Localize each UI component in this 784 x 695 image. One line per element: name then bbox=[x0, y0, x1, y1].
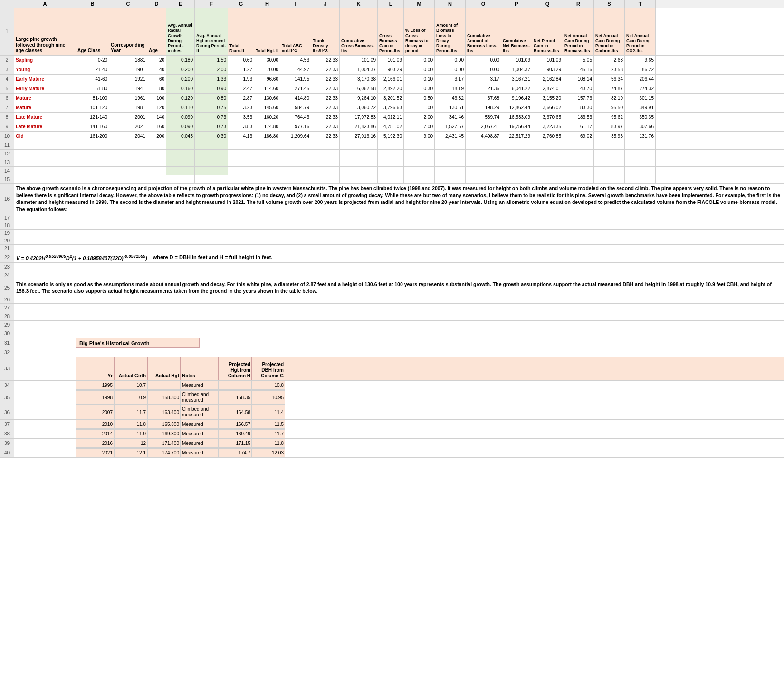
pct-loss-gross-biomass: 0.00 bbox=[404, 56, 435, 65]
radial-growth: 0.120 bbox=[166, 94, 195, 103]
row-32: 32 bbox=[0, 348, 784, 357]
sub-girth: 11.7 bbox=[114, 405, 147, 419]
table-header-row: 1 Large pine growth followed through nin… bbox=[0, 8, 784, 56]
row-14: 14 bbox=[0, 167, 784, 175]
sub-hgt: 169.300 bbox=[147, 429, 181, 438]
sub-girth: 11.9 bbox=[114, 429, 147, 438]
sub-table-row: 37 2010 11.8 165.800 Measured 166.57 11.… bbox=[0, 420, 784, 429]
age-class-label: Sapling bbox=[14, 56, 76, 65]
hgt-increment: 0.73 bbox=[195, 113, 228, 122]
sub-hgt: 158.300 bbox=[147, 390, 181, 405]
gross-biomass-gain: 101.09 bbox=[378, 56, 404, 65]
biomass-loss-decay: 0.00 bbox=[435, 65, 466, 74]
row-num-9: 9 bbox=[0, 122, 14, 131]
sub-hgt: 171.400 bbox=[147, 439, 181, 448]
sub-yr: 1995 bbox=[76, 381, 114, 390]
biomass-loss-decay: 2,431.45 bbox=[435, 132, 466, 141]
year: 1901 bbox=[109, 65, 147, 74]
net-period-gain: 2,760.85 bbox=[532, 132, 563, 141]
net-annual-gain-co2: 206.44 bbox=[625, 75, 656, 84]
row-num-7: 7 bbox=[0, 103, 14, 112]
cumulative-net-biomass: 101.09 bbox=[501, 56, 532, 65]
age: 60 bbox=[147, 75, 166, 84]
sub-proj-hgt: 169.49 bbox=[219, 429, 252, 438]
cumulative-net-biomass: 6,041.22 bbox=[501, 84, 532, 93]
gross-biomass-gain: 4,012.11 bbox=[378, 113, 404, 122]
sub-notes: Measured bbox=[181, 439, 219, 448]
col-p-header: P bbox=[501, 0, 532, 8]
net-annual-gain-carbon: 2.63 bbox=[594, 56, 625, 65]
sub-proj-hgt: 164.58 bbox=[219, 405, 252, 419]
sub-proj-dbh: 12.03 bbox=[252, 448, 285, 457]
age: 200 bbox=[147, 132, 166, 141]
text-block-2: This scenario is only as good as the ass… bbox=[14, 280, 784, 296]
pct-loss-gross-biomass: 1.00 bbox=[404, 103, 435, 112]
row-15: 15 bbox=[0, 175, 784, 184]
trunk-density: 22.33 bbox=[311, 113, 340, 122]
total-diam: 3.83 bbox=[228, 122, 254, 131]
age-class-label: Young bbox=[14, 65, 76, 74]
cumulative-gross-biomass: 13,060.72 bbox=[340, 103, 378, 112]
hgt-increment: 1.33 bbox=[195, 75, 228, 84]
sub-header-hgt: Actual Hgt bbox=[147, 357, 181, 380]
net-annual-gain-carbon: 82.19 bbox=[594, 94, 625, 103]
net-period-gain: 903.29 bbox=[532, 65, 563, 74]
header-col-c: Corresponding Year bbox=[109, 8, 147, 55]
sub-notes: Measured bbox=[181, 420, 219, 429]
age-class: 141-160 bbox=[76, 122, 109, 131]
total-hgt: 70.00 bbox=[254, 65, 280, 74]
age-class-label: Mature bbox=[14, 103, 76, 112]
gross-biomass-gain: 2,892.20 bbox=[378, 84, 404, 93]
total-abg-vol: 584.79 bbox=[280, 103, 311, 112]
net-annual-gain-carbon: 23.53 bbox=[594, 65, 625, 74]
net-annual-gain-biomass: 143.70 bbox=[563, 84, 594, 93]
total-abg-vol: 141.95 bbox=[280, 75, 311, 84]
age: 140 bbox=[147, 113, 166, 122]
total-diam: 3.53 bbox=[228, 113, 254, 122]
row-num-6: 6 bbox=[0, 94, 14, 103]
net-annual-gain-biomass: 183.53 bbox=[563, 113, 594, 122]
cumulative-biomass-loss: 198.29 bbox=[466, 103, 501, 112]
sub-table-rows: 34 1995 10.7 Measured 10.8 35 1998 10.9 … bbox=[0, 381, 784, 458]
col-h-header: H bbox=[254, 0, 280, 8]
header-col-q: Net Period Gain in Biomass-lbs bbox=[532, 8, 563, 55]
row-num-13: 13 bbox=[0, 158, 14, 166]
age: 20 bbox=[147, 56, 166, 65]
cumulative-gross-biomass: 1,004.37 bbox=[340, 65, 378, 74]
table-row: 2 Sapling 0-20 1881 20 0.180 1.50 0.60 3… bbox=[0, 56, 784, 65]
pct-loss-gross-biomass: 9.00 bbox=[404, 132, 435, 141]
sub-hgt: 163.400 bbox=[147, 405, 181, 419]
spreadsheet: A B C D E F G H I J K L M N O P Q R S T … bbox=[0, 0, 784, 458]
cumulative-gross-biomass: 3,170.38 bbox=[340, 75, 378, 84]
pct-loss-gross-biomass: 7.00 bbox=[404, 122, 435, 131]
sub-yr: 2014 bbox=[76, 429, 114, 438]
header-col-k: Cumulative Gross Biomass-lbs bbox=[340, 8, 378, 55]
header-col-a: Large pine growth followed through nine … bbox=[14, 8, 76, 55]
gross-biomass-gain: 3,201.52 bbox=[378, 94, 404, 103]
col-j-header: J bbox=[311, 0, 340, 8]
formula-text: V = 0.4202H0.9528905D2(1 + 0.18958407(12… bbox=[16, 254, 147, 261]
data-rows: 2 Sapling 0-20 1881 20 0.180 1.50 0.60 3… bbox=[0, 56, 784, 141]
cumulative-gross-biomass: 17,072.83 bbox=[340, 113, 378, 122]
sub-table-row: 35 1998 10.9 158.300 Climbed and measure… bbox=[0, 390, 784, 405]
sub-table-row: 40 2021 12.1 174.700 Measured 174.7 12.0… bbox=[0, 448, 784, 458]
row-21: 21 bbox=[0, 245, 784, 252]
sub-proj-dbh: 10.8 bbox=[252, 381, 285, 390]
net-annual-gain-biomass: 108.14 bbox=[563, 75, 594, 84]
sub-hgt: 165.800 bbox=[147, 420, 181, 429]
cumulative-net-biomass: 19,756.44 bbox=[501, 122, 532, 131]
sub-proj-dbh: 11.5 bbox=[252, 420, 285, 429]
net-annual-gain-biomass: 157.76 bbox=[563, 94, 594, 103]
header-col-j: Trunk Density lbs/ft^3 bbox=[311, 8, 340, 55]
row-num-15: 15 bbox=[0, 175, 14, 183]
sub-girth: 11.8 bbox=[114, 420, 147, 429]
total-hgt: 145.60 bbox=[254, 103, 280, 112]
row-25-text: 25 This scenario is only as good as the … bbox=[0, 280, 784, 296]
radial-growth: 0.200 bbox=[166, 65, 195, 74]
sub-proj-hgt: 166.57 bbox=[219, 420, 252, 429]
cumulative-biomass-loss: 4,498.87 bbox=[466, 132, 501, 141]
year: 1921 bbox=[109, 75, 147, 84]
row-31-section-title: 31 Big Pine's Historical Growth bbox=[0, 338, 784, 348]
trunk-density: 22.33 bbox=[311, 65, 340, 74]
age-class: 81-100 bbox=[76, 94, 109, 103]
